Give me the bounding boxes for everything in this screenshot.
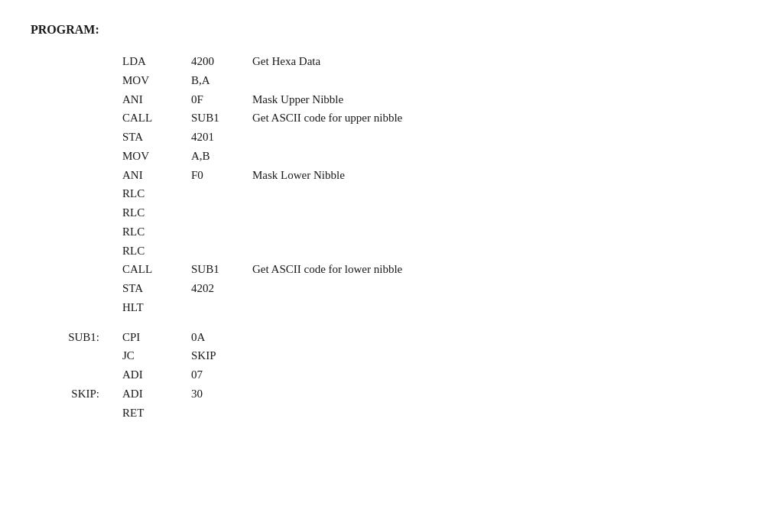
mnemonic-col: RLC (115, 184, 191, 203)
label-col: SKIP: (31, 384, 115, 404)
operand-col: A,B (191, 147, 252, 166)
mnemonic-col: MOV (115, 147, 191, 166)
code-row: RLC (31, 242, 752, 261)
mnemonic-col: RET (115, 404, 191, 423)
comment-col: Mask Lower Nibble (252, 166, 345, 185)
code-row: MOVB,A (31, 71, 752, 90)
mnemonic-col: STA (115, 279, 191, 298)
mnemonic-col: JC (115, 346, 191, 365)
operand-col: F0 (191, 166, 252, 185)
mnemonic-col: ADI (115, 365, 191, 384)
operand-col: 4202 (191, 279, 252, 298)
comment-col: Get Hexa Data (252, 52, 320, 71)
mnemonic-col: CALL (115, 109, 191, 128)
operand-col: 30 (191, 384, 252, 404)
operand-col: 0A (191, 328, 252, 347)
mnemonic-col: STA (115, 128, 191, 147)
comment-col: Mask Upper Nibble (252, 90, 343, 109)
code-row: SUB1:CPI0A (31, 328, 752, 347)
operand-col: SUB1 (191, 260, 252, 279)
spacer-row (31, 317, 752, 328)
page-container: PROGRAM: LDA4200Get Hexa DataMOVB,AANI0F… (31, 23, 752, 422)
code-row: MOVA,B (31, 147, 752, 166)
code-row: CALLSUB1Get ASCII code for upper nibble (31, 109, 752, 128)
code-row: ANI0FMask Upper Nibble (31, 90, 752, 109)
operand-col: SUB1 (191, 109, 252, 128)
mnemonic-col: LDA (115, 52, 191, 71)
label-col: SUB1: (31, 328, 115, 347)
code-row: RLC (31, 203, 752, 222)
code-row: ADI07 (31, 365, 752, 384)
mnemonic-col: MOV (115, 71, 191, 90)
mnemonic-col: CALL (115, 260, 191, 279)
operand-col: B,A (191, 71, 252, 90)
code-row: ANIF0Mask Lower Nibble (31, 166, 752, 185)
mnemonic-col: CPI (115, 328, 191, 347)
code-row: RLC (31, 184, 752, 203)
comment-col: Get ASCII code for lower nibble (252, 260, 402, 279)
mnemonic-col: ANI (115, 166, 191, 185)
mnemonic-col: HLT (115, 298, 191, 317)
code-row: LDA4200Get Hexa Data (31, 52, 752, 71)
program-body: LDA4200Get Hexa DataMOVB,AANI0FMask Uppe… (31, 52, 752, 422)
operand-col: 4200 (191, 52, 252, 71)
operand-col: 4201 (191, 128, 252, 147)
mnemonic-col: RLC (115, 203, 191, 222)
code-row: RET (31, 404, 752, 423)
code-row: SKIP:ADI30 (31, 384, 752, 404)
code-row: HLT (31, 298, 752, 317)
code-row: RLC (31, 222, 752, 242)
operand-col: 0F (191, 90, 252, 109)
code-row: STA4201 (31, 128, 752, 147)
code-row: JCSKIP (31, 346, 752, 365)
code-row: STA4202 (31, 279, 752, 298)
code-row: CALLSUB1Get ASCII code for lower nibble (31, 260, 752, 279)
operand-col: 07 (191, 365, 252, 384)
operand-col: SKIP (191, 346, 252, 365)
mnemonic-col: RLC (115, 222, 191, 242)
comment-col: Get ASCII code for upper nibble (252, 109, 402, 128)
mnemonic-col: ANI (115, 90, 191, 109)
mnemonic-col: RLC (115, 242, 191, 261)
mnemonic-col: ADI (115, 384, 191, 404)
page-title: PROGRAM: (31, 23, 752, 37)
